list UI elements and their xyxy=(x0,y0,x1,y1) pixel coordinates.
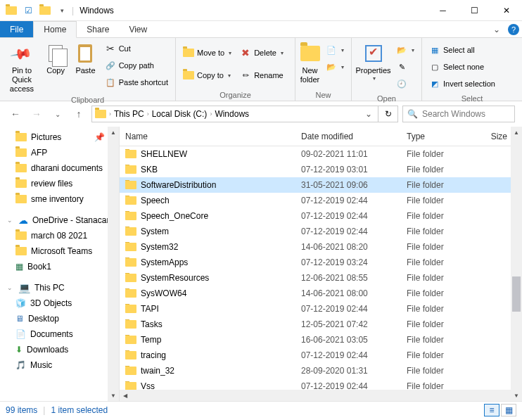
sidebar-item-3dobjects[interactable]: 🧊3D Objects xyxy=(0,295,119,311)
close-button[interactable]: ✕ xyxy=(490,0,522,21)
cut-button[interactable]: ✂Cut xyxy=(103,41,170,56)
chevron-right-icon[interactable]: › xyxy=(208,110,213,117)
file-date: 12-06-2021 08:55 xyxy=(295,273,401,283)
col-date[interactable]: Date modified xyxy=(295,132,401,141)
select-none-button[interactable]: ▢Select none xyxy=(428,59,497,75)
maximize-button[interactable]: ☐ xyxy=(459,0,490,21)
paste-button[interactable]: Paste xyxy=(70,39,100,75)
copy-path-button[interactable]: 🔗Copy path xyxy=(103,58,170,73)
edit-button[interactable]: ✎ xyxy=(395,59,416,75)
chevron-down-icon: ▾ xyxy=(229,50,231,56)
sidebar-item-pictures[interactable]: Pictures📌 xyxy=(0,129,119,145)
table-row[interactable]: tracing07-12-2019 02:44File folder xyxy=(120,348,522,363)
new-item-button[interactable]: 📄▾ xyxy=(324,42,345,58)
chevron-right-icon[interactable]: › xyxy=(146,110,151,117)
table-row[interactable]: SystemResources12-06-2021 08:55File fold… xyxy=(120,270,522,286)
details-view-button[interactable]: ≡ xyxy=(484,404,499,416)
forward-button[interactable]: → xyxy=(28,106,45,122)
minimize-button[interactable]: ─ xyxy=(427,0,459,21)
scroll-up-icon[interactable]: ▲ xyxy=(108,127,119,138)
edit-icon: ✎ xyxy=(396,61,407,72)
table-row[interactable]: SKB07-12-2019 03:01File folder xyxy=(120,162,522,177)
sidebar-item-afp[interactable]: AFP xyxy=(0,145,119,160)
chevron-right-icon[interactable]: ⌄ xyxy=(7,217,14,224)
folder-icon xyxy=(125,212,136,220)
copy-button[interactable]: Copy xyxy=(41,39,70,75)
back-button[interactable]: ← xyxy=(7,106,24,122)
collapse-ribbon-icon[interactable]: ⌄ xyxy=(488,21,505,37)
sidebar-item-thispc[interactable]: ⌄💻This PC xyxy=(0,280,119,295)
pin-to-quick-access-button[interactable]: 📌 Pin to Quick access xyxy=(3,39,41,94)
table-row[interactable]: SystemApps07-12-2019 03:24File folder xyxy=(120,255,522,270)
tab-home[interactable]: Home xyxy=(33,21,77,38)
sidebar-item-review[interactable]: review files xyxy=(0,176,119,191)
content-vscrollbar[interactable]: ▲ ▼ xyxy=(511,127,522,401)
table-row[interactable]: System07-12-2019 02:44File folder xyxy=(120,224,522,239)
table-row[interactable]: TAPI07-12-2019 02:44File folder xyxy=(120,301,522,317)
delete-button[interactable]: ✖Delete▾ xyxy=(238,45,285,61)
table-row[interactable]: Temp16-06-2021 03:05File folder xyxy=(120,332,522,348)
refresh-button[interactable]: ↻ xyxy=(378,106,398,122)
thumbnails-view-button[interactable]: ▦ xyxy=(501,404,516,416)
tab-file[interactable]: File xyxy=(0,21,33,37)
sidebar-item-downloads[interactable]: ⬇Downloads xyxy=(0,342,119,357)
chevron-down-icon: ▾ xyxy=(341,47,344,53)
table-row[interactable]: Speech_OneCore07-12-2019 02:44File folde… xyxy=(120,208,522,224)
invert-selection-button[interactable]: ◩Invert selection xyxy=(428,76,497,91)
history-button[interactable]: 🕘 xyxy=(395,76,416,91)
table-row[interactable]: twain_3228-09-2020 01:31File folder xyxy=(120,363,522,378)
col-type[interactable]: Type xyxy=(401,132,471,141)
sidebar-item-book1[interactable]: ▦Book1 xyxy=(0,259,119,274)
address-dropdown-icon[interactable]: ⌄ xyxy=(362,109,375,119)
open-button[interactable]: 📂▾ xyxy=(395,42,416,58)
table-row[interactable]: Speech07-12-2019 02:44File folder xyxy=(120,193,522,208)
scroll-down-icon[interactable]: ▼ xyxy=(511,390,522,401)
sidebar-item-march[interactable]: march 08 2021 xyxy=(0,228,119,243)
table-row[interactable]: SHELLNEW09-02-2021 11:01File folder xyxy=(120,146,522,162)
tab-share[interactable]: Share xyxy=(77,21,119,37)
folder-new-icon xyxy=(300,46,320,61)
sidebar-item-sme[interactable]: sme inventory xyxy=(0,191,119,207)
breadcrumb[interactable]: › This PC › Local Disk (C:) › Windows ⌄ xyxy=(91,106,378,122)
table-row[interactable]: Vss07-12-2019 02:44File folder xyxy=(120,378,522,390)
sidebar-item-documents[interactable]: 📄Documents xyxy=(0,326,119,342)
chevron-right-icon[interactable]: ⌄ xyxy=(7,284,14,291)
move-to-button[interactable]: Move to▾ xyxy=(182,45,233,61)
crumb-thispc[interactable]: This PC xyxy=(114,109,144,119)
sidebar-item-onedrive[interactable]: ⌄☁OneDrive - Stanacard xyxy=(0,212,119,228)
folder-icon xyxy=(15,247,27,255)
search-input[interactable]: 🔍 Search Windows xyxy=(402,106,515,122)
sidebar-item-dharani[interactable]: dharani documents xyxy=(0,160,119,176)
recent-dropdown[interactable]: ⌄ xyxy=(49,106,66,122)
paste-shortcut-button[interactable]: 📋Paste shortcut xyxy=(103,75,170,90)
sidebar-item-music[interactable]: 🎵Music xyxy=(0,357,119,373)
qat-dropdown-icon[interactable]: ▾ xyxy=(55,4,69,18)
crumb-folder[interactable]: Windows xyxy=(215,109,249,119)
select-all-button[interactable]: ▦Select all xyxy=(428,42,497,58)
easy-access-button[interactable]: 📂▾ xyxy=(324,59,345,75)
up-button[interactable]: ↑ xyxy=(70,106,87,122)
col-name[interactable]: Name xyxy=(120,132,295,141)
sidebar-scrollbar[interactable]: ▲ ▼ xyxy=(108,127,119,401)
tab-view[interactable]: View xyxy=(119,21,157,37)
scroll-down-icon[interactable]: ▼ xyxy=(108,390,119,401)
help-button[interactable]: ? xyxy=(505,21,522,37)
scissors-icon: ✂ xyxy=(105,43,116,54)
scroll-thumb[interactable] xyxy=(512,276,521,312)
content-hscrollbar[interactable]: ◀ ▶ xyxy=(120,390,522,401)
table-row[interactable]: SysWOW6414-06-2021 08:00File folder xyxy=(120,286,522,301)
properties-button[interactable]: Properties ▾ xyxy=(355,39,392,82)
new-folder-button[interactable]: New folder xyxy=(298,39,322,84)
sidebar-item-teams[interactable]: Microsoft Teams xyxy=(0,243,119,259)
chevron-right-icon[interactable]: › xyxy=(108,110,113,117)
qat-checkbox-icon[interactable]: ☑ xyxy=(21,4,35,18)
copy-to-button[interactable]: Copy to▾ xyxy=(182,68,233,83)
table-row[interactable]: System3214-06-2021 08:20File folder xyxy=(120,239,522,255)
table-row[interactable]: SoftwareDistribution31-05-2021 09:06File… xyxy=(120,177,522,193)
rename-button[interactable]: ✏Rename xyxy=(238,68,285,83)
scroll-up-icon[interactable]: ▲ xyxy=(511,127,522,138)
crumb-disk[interactable]: Local Disk (C:) xyxy=(152,109,208,119)
scroll-left-icon[interactable]: ◀ xyxy=(120,390,131,401)
sidebar-item-desktop[interactable]: 🖥Desktop xyxy=(0,311,119,326)
table-row[interactable]: Tasks12-05-2021 07:42File folder xyxy=(120,317,522,332)
